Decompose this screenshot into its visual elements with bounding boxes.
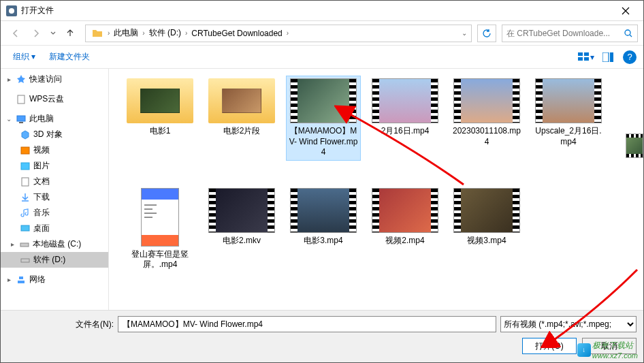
video-thumbnail (535, 78, 602, 123)
sidebar-documents[interactable]: 文档 (1, 174, 108, 189)
sidebar-this-pc[interactable]: ⌄ 此电脑 (1, 111, 108, 127)
video-thumbnail (290, 78, 357, 123)
file-name-label: 【MAMAMOO】MV- Wind Flower.mp4 (289, 126, 358, 158)
help-button[interactable]: ? (623, 50, 637, 64)
document-icon (16, 94, 27, 105)
tree-label: 下载 (33, 191, 50, 203)
sidebar-network[interactable]: ▸ 网络 (1, 272, 108, 287)
tree-label: 软件 (D:) (33, 254, 65, 266)
file-item[interactable]: 电影3.mp4 (286, 185, 361, 273)
star-icon (16, 74, 27, 85)
refresh-icon (482, 29, 492, 38)
file-name-label: 视频3.mp4 (467, 236, 506, 247)
tree-label: 此电脑 (29, 113, 54, 125)
folder-icon (91, 27, 103, 40)
search-box[interactable] (502, 25, 638, 42)
file-item[interactable]: 2月16日.mp4 (368, 76, 442, 161)
search-input[interactable] (506, 25, 615, 42)
svg-rect-6 (584, 57, 589, 61)
file-name-label: 电影1 (150, 126, 171, 137)
breadcrumb-item[interactable]: CRTubeGet Downloaded (187, 25, 286, 42)
video-thumbnail: ▬▬▬▬▬▬▬▬▬▬ (141, 188, 179, 247)
forward-button[interactable] (27, 24, 46, 43)
up-button[interactable] (61, 24, 80, 43)
video-thumbnail (372, 188, 438, 233)
svg-rect-8 (610, 52, 613, 62)
file-item[interactable]: Upscale_2月16日.mp4 (531, 76, 606, 161)
back-button[interactable] (6, 24, 25, 43)
sidebar-downloads[interactable]: 下载 (1, 189, 108, 205)
search-icon (624, 29, 633, 40)
svg-point-2 (625, 30, 630, 35)
history-dropdown[interactable] (47, 24, 59, 43)
preview-pane-button[interactable] (598, 48, 617, 67)
preview-pane-thumb (626, 133, 643, 158)
svg-rect-13 (21, 163, 29, 170)
file-item[interactable]: 电影1 (123, 76, 197, 161)
svg-rect-7 (602, 52, 609, 62)
svg-rect-15 (21, 225, 29, 231)
app-icon (6, 5, 17, 16)
tree-label: WPS云盘 (29, 93, 64, 105)
file-item[interactable]: ▬▬▬▬▬▬▬▬▬▬登山赛车但是竖屏。.mp4 (123, 185, 197, 273)
breadcrumb-item[interactable]: 此电脑 (110, 25, 142, 42)
tree-label: 音乐 (33, 207, 50, 219)
toolbar: 组织 ▾ 新建文件夹 ▾ ? (1, 46, 643, 69)
file-name-label: 2月16日.mp4 (381, 126, 430, 137)
cube-icon (20, 129, 31, 140)
file-item[interactable]: 视频2.mp4 (368, 185, 442, 273)
file-item[interactable]: 视频3.mp4 (449, 185, 524, 273)
file-item[interactable]: 电影2.mkv (204, 185, 279, 273)
refresh-button[interactable] (477, 25, 496, 42)
close-button[interactable] (613, 1, 638, 20)
video-thumbnail (372, 78, 438, 123)
file-grid[interactable]: 电影1电影2片段【MAMAMOO】MV- Wind Flower.mp42月16… (108, 69, 643, 314)
file-item[interactable]: 202303011108.mp4 (449, 76, 524, 161)
breadcrumb-item[interactable]: 软件 (D:) (145, 25, 185, 42)
svg-point-1 (9, 8, 14, 14)
sidebar-drive-d[interactable]: 软件 (D:) (1, 252, 108, 268)
navigation-bar: › 此电脑 › 软件 (D:) › CRTubeGet Downloaded ›… (1, 21, 643, 46)
pc-icon (16, 114, 27, 125)
filetype-select[interactable]: 所有视频 (*.mp4;*.avi;*.mpeg; (500, 316, 637, 332)
view-mode-button[interactable]: ▾ (577, 48, 596, 67)
sidebar-quick-access[interactable]: ▸ 快速访问 (1, 72, 108, 87)
file-item[interactable]: 【MAMAMOO】MV- Wind Flower.mp4 (286, 76, 361, 161)
preview-icon (602, 52, 613, 62)
filename-input[interactable] (118, 316, 496, 332)
window-title: 打开文件 (21, 5, 613, 16)
titlebar: 打开文件 (1, 1, 643, 21)
sidebar: ▸ 快速访问 WPS云盘 ⌄ 此电脑 3D 对象 视频 图片 文档 (1, 69, 108, 314)
file-name-label: 202303011108.mp4 (452, 126, 521, 147)
video-thumbnail (208, 188, 275, 233)
cancel-button[interactable]: 取消 (582, 338, 637, 354)
image-icon (20, 161, 31, 172)
arrow-left-icon (11, 29, 20, 38)
breadcrumb[interactable]: › 此电脑 › 软件 (D:) › CRTubeGet Downloaded ›… (85, 25, 472, 42)
close-icon (622, 7, 630, 15)
sidebar-3d-objects[interactable]: 3D 对象 (1, 127, 108, 142)
svg-rect-10 (17, 116, 25, 121)
tree-label: 网络 (29, 274, 46, 285)
open-button[interactable]: 打开(O) (522, 338, 577, 354)
sidebar-wps-cloud[interactable]: WPS云盘 (1, 91, 108, 107)
file-item[interactable]: 电影2片段 (204, 76, 279, 161)
film-icon (20, 145, 31, 156)
svg-rect-4 (584, 52, 589, 56)
sidebar-music[interactable]: 音乐 (1, 205, 108, 221)
network-icon (16, 274, 27, 285)
sidebar-drive-c[interactable]: ▸ 本地磁盘 (C:) (1, 236, 108, 252)
drive-icon (20, 255, 31, 266)
arrow-right-icon (31, 29, 41, 38)
desktop-icon (20, 223, 31, 234)
new-folder-button[interactable]: 新建文件夹 (44, 48, 95, 65)
organize-menu[interactable]: 组织 ▾ (7, 48, 41, 65)
tree-label: 图片 (33, 160, 50, 172)
video-thumbnail (453, 188, 520, 233)
tree-label: 桌面 (33, 223, 50, 234)
sidebar-desktop[interactable]: 桌面 (1, 221, 108, 236)
sidebar-videos[interactable]: 视频 (1, 142, 108, 158)
sidebar-pictures[interactable]: 图片 (1, 158, 108, 174)
music-icon (20, 208, 31, 219)
tree-label: 快速访问 (29, 74, 62, 85)
